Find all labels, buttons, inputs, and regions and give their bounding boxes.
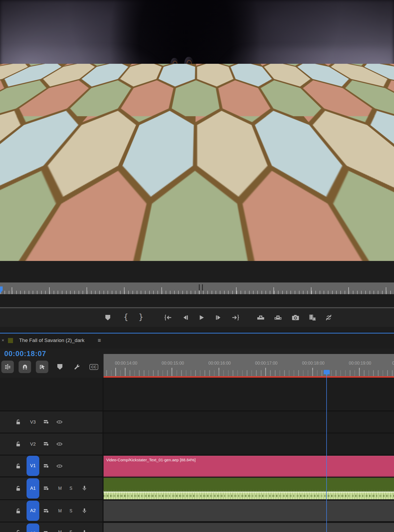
d20-die: 2	[176, 122, 221, 167]
sync-lock-icon[interactable]	[43, 530, 49, 532]
timeline-playhead-line[interactable]	[326, 376, 327, 532]
voiceover-mic-icon[interactable]	[81, 508, 88, 514]
track-name-v1: V1	[30, 463, 36, 468]
track-name-v2[interactable]: V2	[30, 442, 36, 447]
track-v1-content: Video-Comp/Kickstater_Text_01-gen.aep [8…	[104, 455, 394, 476]
track-name-a2: A2	[30, 508, 36, 513]
nest-sequence-button[interactable]	[1, 361, 14, 373]
game-piece-token	[80, 69, 90, 96]
ruler-label: 00:00:19:00	[349, 361, 371, 366]
game-piece-token	[0, 153, 33, 251]
clip-v1-kickstarter-text[interactable]: Video-Comp/Kickstater_Text_01-gen.aep [8…	[104, 456, 394, 477]
ruler-label: 00:00:17:00	[255, 361, 278, 366]
mark-in-button[interactable]: {	[123, 308, 128, 327]
solo-button[interactable]: S	[70, 530, 72, 532]
sync-lock-icon[interactable]	[43, 463, 49, 469]
monitor-scrubber[interactable]	[0, 282, 394, 294]
eye-icon[interactable]	[56, 463, 63, 469]
title-card-text: PREPARE YOUR TROOPS	[0, 111, 394, 128]
comparison-view-button[interactable]	[309, 308, 316, 327]
captions-button[interactable]: CC	[88, 361, 100, 373]
voiceover-mic-icon[interactable]	[81, 529, 88, 532]
track-target-badge-a2[interactable]: A2	[27, 501, 39, 521]
camera-icon	[292, 314, 299, 321]
mute-button[interactable]: M	[58, 530, 62, 532]
track-target-badge-a3[interactable]: A3	[27, 523, 39, 532]
sync-lock-icon[interactable]	[43, 508, 49, 514]
eye-icon[interactable]	[56, 419, 63, 425]
mute-button[interactable]: M	[58, 509, 62, 513]
step-back-icon	[182, 315, 189, 320]
panel-menu-icon[interactable]: ≡	[98, 337, 101, 344]
play-button[interactable]	[199, 308, 204, 327]
timeline-settings-button[interactable]	[71, 361, 83, 373]
lock-icon[interactable]	[15, 529, 22, 532]
track-header-v2: V2	[0, 433, 102, 455]
track-header-a2: A2 M S	[0, 500, 102, 522]
scrubber-center-marker	[199, 284, 203, 290]
lock-icon[interactable]	[15, 419, 22, 425]
clip-a1-audio[interactable]	[104, 478, 394, 499]
timeline-add-marker-button[interactable]	[54, 361, 66, 373]
linked-selection-button[interactable]	[36, 361, 48, 373]
ruler-label: 00:00:15:00	[162, 361, 184, 366]
track-name-a3: A3	[30, 531, 36, 532]
track-header-a1: A1 M S	[0, 478, 102, 499]
mark-out-button[interactable]: }	[138, 308, 143, 327]
scrubber-minor-ticks	[0, 291, 394, 294]
go-to-in-button[interactable]	[164, 308, 172, 327]
clip-a2-audio[interactable]	[104, 501, 394, 521]
sync-lock-icon[interactable]	[43, 485, 49, 492]
sync-lock-icon[interactable]	[43, 441, 49, 447]
sync-lock-icon[interactable]	[43, 419, 49, 425]
solo-button[interactable]: S	[70, 486, 72, 491]
export-frame-button[interactable]	[292, 308, 299, 327]
go-to-out-button[interactable]	[232, 308, 240, 327]
lock-icon[interactable]	[15, 508, 22, 514]
ruler-label: 00:00:16:00	[208, 361, 231, 366]
track-v3-content[interactable]	[104, 411, 394, 433]
play-icon	[199, 315, 204, 320]
program-monitor-preview: 2 2 2 PREPARE YOUR TROOPS	[0, 0, 394, 261]
mark-in-icon: {	[123, 313, 128, 322]
go-to-in-icon	[164, 314, 172, 321]
lift-button[interactable]	[257, 308, 264, 327]
lock-icon[interactable]	[15, 485, 22, 492]
extract-icon	[274, 315, 282, 320]
fx-mute-icon	[325, 314, 332, 321]
track-a1-content	[104, 478, 394, 499]
sequence-color-swatch	[8, 338, 13, 343]
voiceover-mic-icon[interactable]	[81, 485, 88, 491]
mute-button[interactable]: M	[58, 486, 62, 491]
lift-icon	[257, 315, 264, 320]
track-v2-content[interactable]	[104, 433, 394, 455]
clip-a3-audio[interactable]	[104, 523, 394, 532]
global-fx-mute-button[interactable]	[325, 308, 332, 327]
magnet-icon	[22, 364, 28, 370]
wrench-icon	[74, 364, 80, 370]
eye-icon[interactable]	[56, 441, 63, 447]
lock-icon[interactable]	[15, 463, 22, 469]
extract-button[interactable]	[274, 308, 282, 327]
step-forward-button[interactable]	[215, 308, 221, 327]
marker-icon	[105, 315, 110, 320]
premiere-app-window: 2 2 2 PREPARE YOUR TROOPS { }	[0, 0, 394, 532]
solo-button[interactable]: S	[70, 509, 72, 513]
ruler-label: 00:00:18:00	[302, 361, 325, 366]
clip-label: Video-Comp/Kickstater_Text_01-gen.aep [8…	[106, 458, 196, 462]
captions-icon: CC	[89, 364, 98, 370]
track-target-badge-v1[interactable]: V1	[27, 456, 39, 476]
lock-icon[interactable]	[15, 441, 22, 447]
close-panel-icon[interactable]: ×	[2, 338, 4, 343]
track-target-badge-a1[interactable]: A1	[27, 478, 39, 499]
track-name-v3[interactable]: V3	[30, 420, 36, 425]
step-back-button[interactable]	[182, 308, 189, 327]
current-timecode[interactable]: 00:00:18:07	[4, 350, 46, 358]
timeline-ruler[interactable]: 00:00:14:00 00:00:15:00 00:00:16:00 00:0…	[104, 354, 394, 376]
sequence-tab-title[interactable]: The Fall of Savarion (2)_dark	[19, 337, 84, 343]
ruler-label: 00:00:14:00	[115, 361, 138, 366]
program-monitor-controls: { }	[0, 261, 394, 333]
add-marker-button[interactable]	[105, 308, 110, 327]
snap-button[interactable]	[19, 361, 31, 373]
track-header-a3: A3 M S	[0, 522, 102, 532]
